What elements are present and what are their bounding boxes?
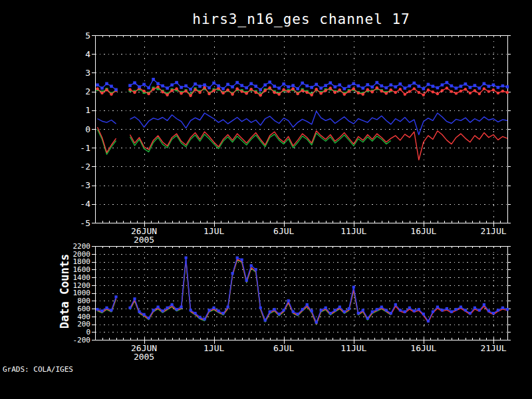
axes bbox=[92, 35, 511, 227]
marker bbox=[221, 92, 224, 94]
marker bbox=[418, 91, 420, 94]
gridlines bbox=[95, 246, 507, 340]
marker bbox=[231, 85, 234, 88]
marker bbox=[96, 83, 99, 86]
marker bbox=[473, 89, 476, 92]
marker bbox=[371, 311, 374, 313]
x-year-label: 2005 bbox=[134, 235, 154, 245]
marker bbox=[506, 308, 509, 311]
marker bbox=[287, 85, 290, 88]
marker bbox=[278, 313, 281, 315]
marker bbox=[301, 82, 304, 85]
marker bbox=[492, 83, 495, 86]
marker bbox=[497, 309, 499, 311]
marker bbox=[460, 306, 462, 309]
marker bbox=[297, 92, 299, 95]
grads-plot-canvas: hirs3_n16_ges channel 17 Data Counts 543… bbox=[0, 0, 532, 399]
marker bbox=[190, 309, 192, 311]
marker bbox=[278, 93, 281, 96]
marker bbox=[366, 88, 369, 91]
marker bbox=[315, 83, 318, 86]
x-year-label: 2005 bbox=[134, 352, 154, 362]
series-path bbox=[98, 259, 507, 325]
marker bbox=[329, 86, 332, 89]
x-tick-label: 11JUL bbox=[340, 343, 366, 353]
marker bbox=[325, 307, 327, 309]
marker bbox=[259, 88, 262, 92]
y-tick-label: 0 bbox=[85, 124, 90, 134]
marker bbox=[207, 86, 211, 90]
marker bbox=[352, 82, 356, 86]
series-red-line bbox=[98, 127, 507, 160]
marker bbox=[110, 84, 113, 88]
marker bbox=[460, 90, 462, 92]
marker bbox=[203, 83, 206, 86]
marker bbox=[390, 312, 392, 315]
marker bbox=[427, 88, 430, 91]
marker bbox=[269, 86, 271, 89]
marker bbox=[184, 90, 187, 92]
marker bbox=[283, 309, 285, 311]
marker bbox=[506, 85, 509, 88]
marker bbox=[180, 86, 183, 89]
y-tick-label: 2 bbox=[85, 86, 90, 96]
chart-svg: 543210-1-2-3-4-526JUN20051JUL6JUL11JUL16… bbox=[0, 0, 532, 399]
marker bbox=[305, 84, 309, 88]
marker bbox=[212, 82, 215, 85]
marker bbox=[320, 92, 323, 94]
marker bbox=[128, 88, 131, 91]
marker bbox=[250, 264, 253, 267]
marker bbox=[455, 308, 458, 311]
marker bbox=[301, 308, 304, 311]
marker bbox=[212, 89, 215, 92]
marker bbox=[96, 308, 98, 311]
marker bbox=[213, 307, 215, 309]
marker bbox=[156, 85, 159, 88]
marker bbox=[259, 94, 262, 96]
marker bbox=[245, 92, 248, 94]
marker bbox=[222, 312, 225, 315]
marker bbox=[329, 312, 332, 315]
marker bbox=[105, 82, 108, 86]
series-blue-counts bbox=[96, 257, 509, 324]
marker bbox=[334, 85, 337, 88]
marker bbox=[249, 82, 253, 86]
marker bbox=[413, 309, 416, 312]
marker bbox=[352, 286, 355, 289]
marker bbox=[166, 86, 169, 90]
marker bbox=[418, 308, 420, 311]
marker bbox=[231, 93, 233, 96]
marker bbox=[250, 88, 253, 90]
marker bbox=[143, 313, 146, 316]
marker bbox=[110, 309, 112, 311]
marker bbox=[245, 279, 248, 282]
marker bbox=[156, 82, 160, 86]
marker bbox=[320, 309, 323, 311]
marker bbox=[464, 82, 467, 86]
marker bbox=[189, 88, 192, 91]
marker bbox=[235, 81, 239, 84]
marker bbox=[478, 92, 481, 95]
series-path bbox=[98, 127, 507, 160]
marker bbox=[487, 84, 491, 88]
marker bbox=[180, 92, 182, 94]
marker bbox=[273, 84, 276, 88]
marker bbox=[413, 82, 416, 85]
lower-panel: 2200200018001600140012001000800600400200… bbox=[73, 242, 511, 362]
marker bbox=[436, 92, 439, 95]
marker bbox=[366, 317, 369, 320]
marker bbox=[194, 82, 197, 86]
marker bbox=[404, 93, 406, 96]
marker bbox=[207, 92, 210, 95]
marker bbox=[96, 87, 98, 90]
marker bbox=[446, 86, 448, 89]
marker bbox=[162, 309, 164, 312]
marker bbox=[371, 90, 374, 93]
marker bbox=[245, 86, 248, 90]
marker bbox=[487, 90, 490, 92]
marker bbox=[100, 309, 103, 312]
marker bbox=[217, 309, 220, 312]
axes bbox=[92, 246, 511, 344]
x-tick-label: 6JUL bbox=[273, 343, 294, 353]
marker bbox=[469, 86, 472, 89]
